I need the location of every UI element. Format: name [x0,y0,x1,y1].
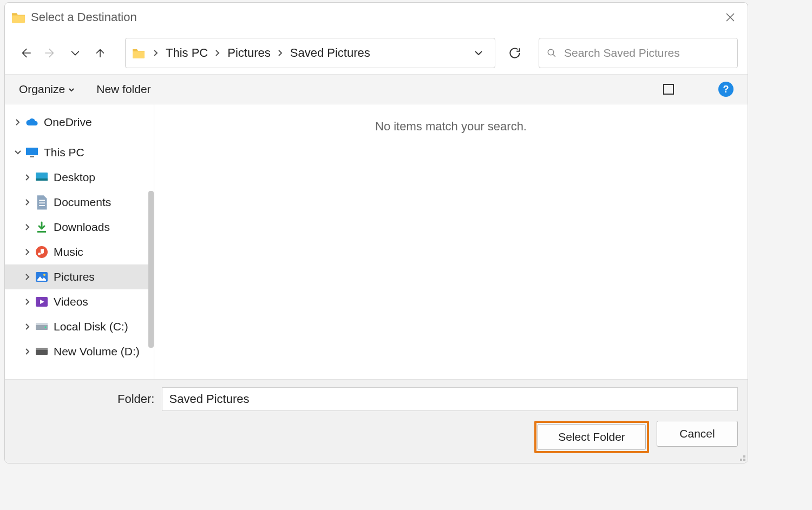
address-history-button[interactable] [469,43,488,63]
tree-videos[interactable]: Videos [5,289,154,314]
tree-desktop[interactable]: Desktop [5,165,154,190]
expand-icon[interactable] [22,348,33,355]
folder-icon [11,11,25,23]
breadcrumb-pictures[interactable]: Pictures [224,46,273,60]
tree-pictures[interactable]: Pictures [5,264,154,289]
svg-point-11 [43,274,45,276]
breadcrumb-saved-pictures[interactable]: Saved Pictures [287,46,374,60]
expand-icon[interactable] [12,119,23,125]
monitor-icon [25,146,38,159]
svg-rect-1 [26,148,38,155]
tree-music[interactable]: Music [5,240,154,264]
svg-rect-14 [36,323,48,325]
tree-label: This PC [44,146,84,159]
navigation-tree: OneDrive This PC Desktop Documents [5,104,154,379]
drive-icon [35,345,48,358]
caret-down-icon [68,83,75,96]
tree-onedrive[interactable]: OneDrive [5,110,154,135]
tree-label: New Volume (D:) [54,345,140,358]
tree-new-volume[interactable]: New Volume (D:) [5,339,154,364]
view-options-button[interactable] [663,84,682,95]
tree-label: Local Disk (C:) [54,320,128,333]
tree-local-disk[interactable]: Local Disk (C:) [5,314,154,339]
music-icon [35,246,48,259]
expand-icon[interactable] [22,249,33,255]
breadcrumb-this-pc[interactable]: This PC [162,46,211,60]
expand-icon[interactable] [22,199,33,206]
svg-point-15 [45,327,47,328]
search-icon [547,48,556,58]
svg-rect-5 [39,200,45,201]
refresh-button[interactable] [502,40,528,66]
video-icon [35,295,48,308]
up-button[interactable] [89,42,111,64]
close-button[interactable] [719,6,741,28]
new-folder-button[interactable]: New folder [96,83,150,96]
cloud-icon [25,116,38,129]
highlight-annotation: Select Folder [534,421,649,453]
tree-label: Documents [54,196,111,209]
tree-label: OneDrive [44,116,92,129]
cancel-button[interactable]: Cancel [657,421,738,447]
new-folder-label: New folder [96,83,150,96]
tree-scrollbar[interactable] [148,191,154,348]
document-icon [35,196,48,209]
toolbar: Organize New folder ? [5,74,748,104]
tree-downloads[interactable]: Downloads [5,215,154,240]
tree-label: Music [54,246,83,259]
organize-label: Organize [19,83,65,96]
tree-label: Downloads [54,221,110,234]
select-folder-button[interactable]: Select Folder [538,424,646,450]
svg-rect-2 [30,156,34,157]
collapse-icon[interactable] [12,149,23,156]
expand-icon[interactable] [22,224,33,230]
svg-rect-7 [39,205,45,206]
tree-label: Videos [54,295,88,308]
chevron-right-icon [211,50,224,56]
view-icon [663,84,674,95]
recent-locations-button[interactable] [64,42,86,64]
address-bar[interactable]: This PC Pictures Saved Pictures [125,38,495,68]
footer: Folder: Select Folder Cancel [5,379,748,463]
download-icon [35,221,48,234]
empty-message: No items match your search. [375,120,527,379]
svg-rect-16 [36,349,48,355]
expand-icon[interactable] [22,323,33,330]
tree-label: Desktop [54,171,95,184]
folder-label: Folder: [117,392,154,406]
expand-icon[interactable] [22,174,33,181]
pictures-icon [35,270,48,283]
svg-rect-4 [36,178,48,181]
search-input[interactable] [564,47,730,59]
help-button[interactable]: ? [718,82,734,97]
content-area: No items match your search. [154,104,748,379]
forward-button[interactable] [40,42,61,64]
drive-icon [35,320,48,333]
title-bar: Select a Destination [5,3,748,32]
svg-point-0 [548,49,554,55]
svg-rect-17 [36,348,48,350]
resize-grip[interactable] [738,453,746,462]
tree-this-pc[interactable]: This PC [5,140,154,165]
desktop-icon [35,171,48,184]
svg-rect-8 [37,231,46,233]
chevron-right-icon [149,50,162,56]
expand-icon[interactable] [22,299,33,305]
navigation-row: This PC Pictures Saved Pictures [5,32,748,74]
back-button[interactable] [15,42,36,64]
chevron-right-icon [274,50,287,56]
expand-icon[interactable] [22,274,33,280]
svg-rect-6 [39,202,45,203]
dialog-title: Select a Destination [31,10,719,24]
dialog-body: OneDrive This PC Desktop Documents [5,104,748,379]
tree-documents[interactable]: Documents [5,190,154,215]
folder-name-input[interactable] [162,387,738,411]
organize-button[interactable]: Organize [19,83,75,96]
tree-label: Pictures [54,270,95,283]
folder-picker-dialog: Select a Destination This PC Pictures [4,2,748,463]
folder-icon [132,48,145,58]
search-box[interactable] [539,38,738,68]
